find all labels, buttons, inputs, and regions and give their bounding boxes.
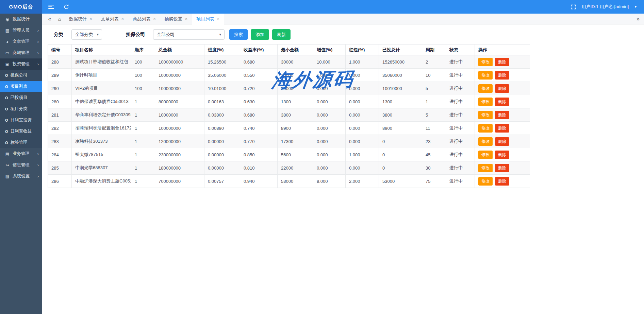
table-cell: 120000000 <box>155 135 204 148</box>
table-cell: 进行中 <box>446 175 475 188</box>
add-button[interactable]: 添加 <box>251 29 269 40</box>
delete-button[interactable]: 删除 <box>495 71 509 80</box>
table-cell: 0.770 <box>240 135 278 148</box>
team-grid-icon: ▦ <box>4 28 10 33</box>
table-cell: 0 <box>379 135 422 148</box>
table-cell: 180000000 <box>155 161 204 175</box>
sidebar-item-label: 文章管理 <box>13 39 30 45</box>
sidebar-subitem[interactable]: O项目列表 <box>0 81 42 92</box>
content: 分类 全部分类 ▾ 担保公司 全部公司 ▾ 搜索 添加 刷新 <box>42 24 644 314</box>
table-cell: 1 <box>131 95 155 108</box>
actions-cell: 修改删除 <box>475 95 530 108</box>
delete-button[interactable]: 删除 <box>495 84 509 93</box>
sidebar-subitem[interactable]: O已投项目 <box>0 92 42 103</box>
edit-button[interactable]: 修改 <box>478 164 493 172</box>
sidebar-item-2[interactable]: ◕文章管理› <box>0 36 42 47</box>
sidebar-item-6[interactable]: ↪信息管理› <box>0 159 42 171</box>
table-row: 288测试项目带增值收益和红包100100000000015.265000.68… <box>48 55 530 69</box>
close-icon[interactable]: × <box>89 16 92 21</box>
table-cell: 1 <box>131 108 155 122</box>
table-cell: 进行中 <box>446 82 475 95</box>
table-cell: 100000000 <box>155 69 204 82</box>
edit-button[interactable]: 修改 <box>478 58 493 66</box>
edit-button[interactable]: 修改 <box>478 98 493 106</box>
sidebar-item-3[interactable]: ▭商城管理› <box>0 47 42 58</box>
company-select[interactable]: 全部公司 ▾ <box>153 29 225 40</box>
sidebar-item-0[interactable]: ◉数据统计 <box>0 14 42 25</box>
tab-label: 商品列表 <box>133 16 150 22</box>
table-row: 289倒计时项目10010000000035.060000.550300001.… <box>48 69 530 82</box>
delete-button[interactable]: 删除 <box>495 98 509 106</box>
table-cell: 17300 <box>278 135 313 148</box>
tab-1[interactable]: 文章列表× <box>97 14 129 24</box>
sidebar-subitem[interactable]: O日利宝投资 <box>0 115 42 126</box>
tabs-scroll-left-icon[interactable]: « <box>45 16 54 22</box>
table-cell: 10000000 <box>155 108 204 122</box>
table-cell: 8.000 <box>313 175 346 188</box>
table-cell: 3800 <box>379 108 422 122</box>
sidebar-item-label: 商城管理 <box>13 50 30 56</box>
sidebar-subitem[interactable]: O标签管理 <box>0 137 42 148</box>
sidebar-item-5[interactable]: ▤业务管理› <box>0 148 42 159</box>
mall-monitor-icon: ▭ <box>4 51 10 55</box>
tab-3[interactable]: 抽奖设置× <box>160 14 192 24</box>
table-cell: 290 <box>48 82 72 95</box>
sidebar-item-4[interactable]: ▣投资管理› <box>0 58 42 70</box>
edit-button[interactable]: 修改 <box>478 84 493 93</box>
delete-button[interactable]: 删除 <box>495 164 509 172</box>
sidebar-subitem[interactable]: O日利宝收益 <box>0 126 42 137</box>
tab-2[interactable]: 商品列表× <box>128 14 160 24</box>
close-icon[interactable]: × <box>153 16 156 21</box>
delete-button[interactable]: 删除 <box>495 151 509 159</box>
user-info[interactable]: 用户ID:1 用户名:[admin] <box>581 4 629 10</box>
delete-button[interactable]: 删除 <box>495 137 509 146</box>
close-icon[interactable]: × <box>121 16 124 21</box>
close-icon[interactable]: × <box>217 16 219 21</box>
delete-button[interactable]: 删除 <box>495 177 509 186</box>
column-header: 操作 <box>475 45 530 55</box>
category-select-value: 全部分类 <box>75 32 93 38</box>
table-cell: 1 <box>131 175 155 188</box>
chevron-right-icon: › <box>37 28 39 33</box>
circle-icon: O <box>5 73 8 77</box>
refresh-list-button[interactable]: 刷新 <box>272 29 291 40</box>
edit-button[interactable]: 修改 <box>478 151 493 159</box>
fullscreen-icon[interactable] <box>571 4 576 10</box>
home-icon[interactable]: ⌂ <box>54 16 65 22</box>
sidebar-item-7[interactable]: ▧系统设置› <box>0 171 42 182</box>
table-cell: 152650000 <box>379 55 422 69</box>
edit-button[interactable]: 修改 <box>478 111 493 119</box>
sidebar-item-label: 数据统计 <box>13 16 30 22</box>
edit-button[interactable]: 修改 <box>478 124 493 133</box>
chevron-down-icon: ▾ <box>219 32 221 37</box>
circle-icon: O <box>5 129 8 134</box>
table-cell: 1000000000 <box>155 55 204 69</box>
search-button[interactable]: 搜索 <box>229 29 248 40</box>
table-cell: 5 <box>422 108 446 122</box>
tab-0[interactable]: 数据统计× <box>65 14 97 24</box>
delete-button[interactable]: 删除 <box>495 58 509 66</box>
table-cell: 0.000 <box>313 108 346 122</box>
table-body: 288测试项目带增值收益和红包100100000000015.265000.68… <box>48 55 530 188</box>
menu-fold-icon[interactable] <box>48 4 54 10</box>
delete-button[interactable]: 删除 <box>495 111 509 119</box>
category-select[interactable]: 全部分类 ▾ <box>71 29 102 40</box>
table-cell: 0.550 <box>240 69 278 82</box>
chevron-right-icon: › <box>37 39 39 44</box>
sidebar-subitem[interactable]: O项目分类 <box>0 103 42 115</box>
sidebar-item-1[interactable]: ▦管理人员› <box>0 25 42 36</box>
caret-down-icon[interactable]: ▼ <box>634 5 637 8</box>
edit-button[interactable]: 修改 <box>478 137 493 146</box>
delete-button[interactable]: 删除 <box>495 124 509 133</box>
sidebar-subitem-label: 标签管理 <box>11 140 28 145</box>
table-cell: 100000000 <box>155 122 204 135</box>
tab-4[interactable]: 项目列表× <box>192 14 224 24</box>
edit-button[interactable]: 修改 <box>478 177 493 186</box>
circle-icon: O <box>5 141 8 145</box>
sidebar-subitem[interactable]: O担保公司 <box>0 70 42 81</box>
refresh-icon[interactable] <box>64 4 69 10</box>
close-icon[interactable]: × <box>185 16 188 21</box>
table-cell: 凌玮科技301373 <box>72 135 131 148</box>
tabs-scroll-right-icon[interactable]: » <box>632 14 644 24</box>
edit-button[interactable]: 修改 <box>478 71 493 80</box>
